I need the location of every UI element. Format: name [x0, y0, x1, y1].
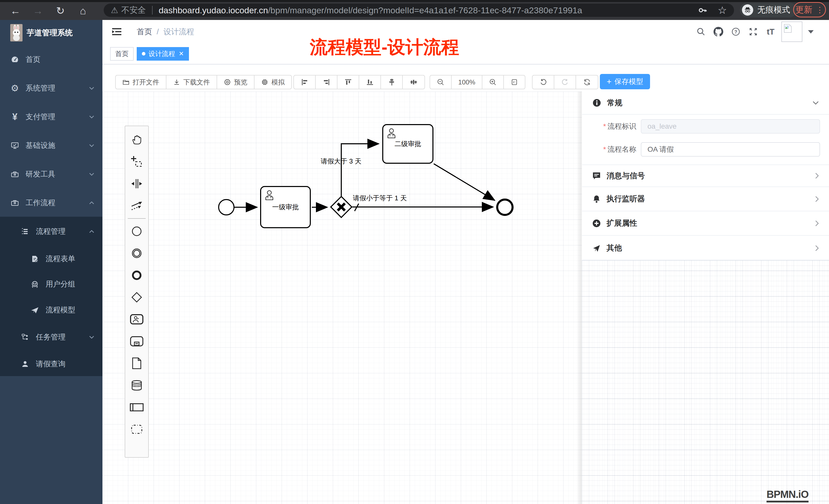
canvas-scrollbar[interactable]: [577, 91, 582, 504]
folder-icon: [122, 79, 130, 86]
tab-home[interactable]: 首页: [110, 47, 134, 61]
download-file-button[interactable]: 下载文件: [167, 75, 217, 89]
browser-chrome: ← → ↻ ⌂ ⚠ 不安全 dashboard.yudao.iocoder.cn…: [0, 0, 829, 20]
forward-icon[interactable]: →: [30, 3, 45, 18]
sidebar-item-payment[interactable]: ¥ 支付管理: [0, 105, 102, 128]
info-icon: [592, 98, 602, 108]
simulate-button[interactable]: 模拟: [254, 75, 291, 89]
align-right-icon: [323, 78, 330, 86]
create-participant[interactable]: [125, 396, 148, 418]
address-bar[interactable]: ⚠ 不安全 dashboard.yudao.iocoder.cn/bpm/man…: [104, 4, 734, 17]
sidebar-item-system[interactable]: ⚙ 系统管理: [0, 77, 102, 100]
help-icon[interactable]: ?: [729, 25, 743, 38]
align-bottom-button[interactable]: [359, 75, 381, 89]
breadcrumb-home[interactable]: 首页: [137, 27, 152, 37]
breadcrumb-separator: /: [157, 27, 159, 36]
lasso-tool[interactable]: [125, 151, 148, 173]
open-file-button[interactable]: 打开文件: [116, 75, 167, 89]
create-intermediate-event[interactable]: [125, 242, 148, 264]
sidebar-item-user-group[interactable]: 用户分组: [0, 273, 102, 296]
tab-design-process[interactable]: 设计流程 ✕: [137, 47, 189, 61]
align-left-button[interactable]: [294, 75, 316, 89]
general-form: *流程标识 *流程名称: [582, 115, 829, 165]
comment-icon: [592, 171, 601, 180]
update-button[interactable]: 更新 ⋮: [793, 2, 826, 17]
align-top-button[interactable]: [337, 75, 359, 89]
sidebar-item-devtools[interactable]: 研发工具: [0, 163, 102, 186]
section-extension-properties[interactable]: 扩展属性: [582, 211, 829, 236]
restart-button[interactable]: [576, 75, 598, 89]
undo-button[interactable]: [533, 75, 554, 89]
align-right-button[interactable]: [316, 75, 337, 89]
avatar[interactable]: [781, 22, 802, 42]
page-annotation-title: 流程模型-设计流程: [310, 35, 479, 60]
home-icon[interactable]: ⌂: [75, 3, 91, 18]
bpmn-io-watermark[interactable]: BPMN.iO: [766, 489, 808, 502]
close-icon[interactable]: ✕: [179, 50, 184, 57]
align-center-button[interactable]: [403, 75, 425, 89]
task-second-approval[interactable]: 二级审批: [382, 124, 433, 164]
create-data-store[interactable]: [125, 374, 148, 396]
create-data-object[interactable]: [125, 352, 148, 374]
global-connect-tool[interactable]: [125, 195, 148, 217]
create-exclusive-gateway[interactable]: [125, 286, 148, 308]
sidebar-item-process-mgmt[interactable]: 流程管理: [0, 220, 102, 243]
bpmn-canvas[interactable]: 打开文件 下载文件 预览 模拟: [102, 65, 829, 504]
process-name-label: *流程名称: [582, 145, 636, 154]
zoom-reset-button[interactable]: [504, 75, 525, 89]
create-group[interactable]: [125, 418, 148, 440]
zoom-in-button[interactable]: [482, 75, 504, 89]
task-first-approval[interactable]: 一级审批: [260, 186, 311, 228]
key-icon[interactable]: [698, 5, 708, 15]
sidebar-item-leave-query[interactable]: 请假查询: [0, 353, 102, 376]
sidebar-item-infra[interactable]: 基础设施: [0, 134, 102, 157]
align-top-icon: [344, 78, 352, 86]
app-logo-row[interactable]: 芋道管理系统: [0, 23, 102, 43]
palette-separator: [128, 218, 146, 219]
svg-text:?: ?: [734, 30, 737, 35]
create-user-task[interactable]: [125, 308, 148, 330]
bookmark-star-icon[interactable]: ☆: [718, 4, 727, 16]
hand-tool[interactable]: [125, 129, 148, 151]
required-star: *: [603, 145, 606, 153]
fullscreen-icon[interactable]: [747, 25, 760, 38]
create-end-event[interactable]: [125, 264, 148, 286]
chevron-down-icon: [89, 144, 94, 147]
save-model-button[interactable]: + 保存模型: [600, 74, 650, 89]
sidebar-item-task-mgmt[interactable]: 任务管理: [0, 326, 102, 349]
sidebar-item-process-form[interactable]: 流程表单: [0, 247, 102, 270]
sidebar-item-process-model[interactable]: 流程模型: [0, 299, 102, 321]
align-middle-button[interactable]: [381, 75, 403, 89]
search-icon[interactable]: [694, 25, 708, 38]
sidebar-fold-icon[interactable]: [110, 25, 123, 38]
plus-circle-icon: [592, 219, 601, 228]
chevron-right-icon: [815, 220, 819, 226]
create-subprocess[interactable]: [125, 330, 148, 352]
section-execution-listener[interactable]: 执行监听器: [582, 187, 829, 211]
zoom-out-button[interactable]: [430, 75, 452, 89]
section-general[interactable]: 常规: [582, 91, 829, 115]
section-message-signal[interactable]: 消息与信号: [582, 165, 829, 187]
align-center-icon: [410, 78, 418, 86]
zoom-reset-icon: [510, 78, 518, 86]
browser-menu-icon[interactable]: ⋮: [816, 5, 824, 14]
refresh-icon: [583, 78, 591, 86]
reload-icon[interactable]: ↻: [53, 3, 68, 18]
bell-icon: [592, 195, 601, 203]
chevron-right-icon: [815, 173, 819, 179]
sidebar-item-home[interactable]: 首页: [0, 48, 102, 71]
flow-tree-icon: [21, 333, 30, 341]
create-start-event[interactable]: [125, 220, 148, 242]
redo-button[interactable]: [554, 75, 576, 89]
space-tool[interactable]: [125, 173, 148, 195]
font-size-icon[interactable]: tT: [764, 25, 777, 38]
warning-icon: ⚠: [111, 5, 118, 15]
chevron-down-icon: [89, 336, 94, 339]
process-name-input[interactable]: [641, 142, 820, 157]
back-icon[interactable]: ←: [8, 3, 23, 18]
sidebar-item-workflow[interactable]: 工作流程: [0, 191, 102, 215]
chevron-down-icon[interactable]: [808, 30, 814, 34]
github-icon[interactable]: [712, 25, 725, 38]
preview-button[interactable]: 预览: [217, 75, 254, 89]
section-other[interactable]: 其他: [582, 236, 829, 261]
